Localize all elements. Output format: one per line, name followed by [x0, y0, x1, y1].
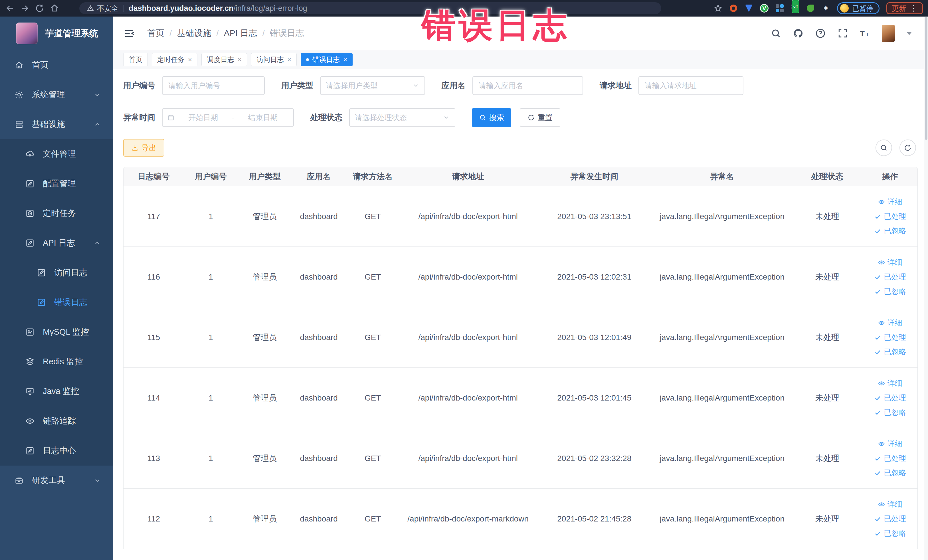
tab-1[interactable]: 定时任务×	[152, 53, 197, 66]
close-icon[interactable]: ×	[238, 56, 242, 64]
tab-2[interactable]: 调度日志×	[201, 53, 247, 66]
back-icon[interactable]	[5, 3, 15, 13]
security-label[interactable]: 不安全	[97, 4, 118, 13]
github-icon[interactable]	[793, 28, 804, 39]
processed-link[interactable]: 已处理	[874, 453, 906, 463]
processed-link[interactable]: 已处理	[874, 393, 906, 403]
detail-link[interactable]: 详细	[878, 197, 902, 207]
user-type-select[interactable]: 请选择用户类型	[320, 76, 425, 95]
breadcrumb-item[interactable]: 基础设施	[177, 27, 211, 39]
sidebar-item-label: 系统管理	[32, 89, 65, 101]
detail-link[interactable]: 详细	[878, 378, 902, 388]
process-status-select[interactable]: 请选择处理状态	[349, 108, 455, 127]
extension-shield-icon[interactable]	[745, 4, 753, 12]
cell-time: 2021-05-02 21:45:28	[536, 489, 652, 549]
reload-icon[interactable]	[35, 3, 44, 13]
ignored-link[interactable]: 已忽略	[874, 226, 906, 236]
processed-link[interactable]: 已处理	[874, 514, 906, 524]
tab-4[interactable]: 错误日志×	[301, 53, 353, 66]
ignored-link[interactable]: 已忽略	[874, 347, 906, 357]
tab-3[interactable]: 访问日志×	[251, 53, 297, 66]
sidebar-item-1[interactable]: 系统管理	[0, 80, 113, 110]
sidebar-item-13[interactable]: 日志中心	[0, 436, 113, 465]
sidebar-item-label: 研发工具	[32, 475, 65, 486]
processed-link[interactable]: 已处理	[874, 272, 906, 282]
ignored-link[interactable]: 已忽略	[874, 528, 906, 538]
bookmark-star-icon[interactable]	[714, 4, 722, 12]
check-icon	[874, 394, 882, 402]
avatar-dropdown-caret[interactable]	[906, 32, 912, 35]
collapse-menu-icon[interactable]	[123, 27, 135, 40]
cell-user_id: 1	[184, 489, 238, 549]
address-bar[interactable]: 不安全 dashboard.yudao.iocoder.cn /infra/lo…	[79, 2, 661, 14]
app-name-input[interactable]	[472, 76, 583, 95]
logo-row[interactable]: 芋道管理系统	[0, 17, 113, 50]
exception-time-range[interactable]: 开始日期 - 结束日期	[162, 108, 294, 127]
sidebar-item-3[interactable]: 文件管理	[0, 139, 113, 169]
detail-link[interactable]: 详细	[878, 499, 902, 509]
extension-star-icon[interactable]: ✦	[821, 4, 830, 12]
scrollbar-thumb[interactable]	[925, 17, 927, 140]
sidebar-item-5[interactable]: 定时任务	[0, 198, 113, 228]
close-icon[interactable]: ×	[287, 56, 291, 64]
sidebar-item-2[interactable]: 基础设施	[0, 110, 113, 139]
sidebar-item-10[interactable]: Redis 监控	[0, 347, 113, 377]
url-host: dashboard.yudao.iocoder.cn	[129, 4, 234, 13]
fullscreen-icon[interactable]	[837, 28, 848, 39]
sidebar-item-8[interactable]: 错误日志	[0, 288, 113, 317]
sidebar-item-6[interactable]: API 日志	[0, 228, 113, 258]
detail-link[interactable]: 详细	[878, 318, 902, 328]
home-icon[interactable]	[50, 3, 60, 13]
chevron-up-icon	[93, 121, 101, 128]
search-icon[interactable]	[771, 28, 781, 39]
tab-label: 错误日志	[312, 55, 340, 64]
end-date-placeholder[interactable]: 结束日期	[237, 113, 289, 123]
sidebar-item-7[interactable]: 访问日志	[0, 258, 113, 288]
extension-off-icon[interactable]: off	[791, 5, 799, 12]
extension-green-check-icon[interactable]: V	[760, 4, 769, 12]
start-date-placeholder[interactable]: 开始日期	[177, 113, 229, 123]
help-icon[interactable]	[815, 28, 826, 39]
refresh-table-button[interactable]	[899, 139, 916, 156]
processed-link[interactable]: 已处理	[874, 333, 906, 342]
detail-link[interactable]: 详细	[878, 439, 902, 449]
ignored-link[interactable]: 已忽略	[874, 468, 906, 478]
processed-link[interactable]: 已处理	[874, 211, 906, 221]
window-scrollbar[interactable]	[924, 17, 928, 560]
request-url-input[interactable]	[638, 76, 743, 95]
kebab-menu-icon[interactable]: ⋮	[910, 6, 917, 10]
ignored-link[interactable]: 已忽略	[874, 287, 906, 296]
tab-0[interactable]: 首页	[123, 53, 148, 66]
sidebar-item-0[interactable]: 首页	[0, 50, 113, 80]
close-icon[interactable]: ×	[343, 56, 347, 64]
sidebar-item-14[interactable]: 研发工具	[0, 465, 113, 495]
forward-icon[interactable]	[20, 3, 30, 13]
toggle-search-button[interactable]	[876, 139, 892, 156]
user-id-input[interactable]	[162, 76, 265, 95]
export-button[interactable]: 导出	[123, 139, 164, 157]
filter-label: 用户编号	[123, 80, 155, 91]
sidebar-item-9[interactable]: MySQL 监控	[0, 317, 113, 347]
profile-paused-badge[interactable]: 已暂停	[837, 2, 879, 14]
chevron-down-icon	[443, 114, 450, 121]
search-button[interactable]: 搜索	[472, 108, 511, 127]
action-label: 已忽略	[884, 347, 906, 357]
user-avatar[interactable]	[882, 25, 895, 42]
reset-button[interactable]: 重置	[520, 108, 560, 127]
sidebar-item-4[interactable]: 配置管理	[0, 169, 113, 198]
cell-exception: java.lang.IllegalArgumentException	[652, 489, 792, 549]
sidebar-item-label: Java 监控	[43, 386, 79, 397]
close-icon[interactable]: ×	[188, 56, 192, 64]
sidebar-item-11[interactable]: Java 监控	[0, 377, 113, 406]
breadcrumb-item[interactable]: 首页	[147, 27, 164, 39]
detail-link[interactable]: 详细	[878, 257, 902, 267]
sidebar-item-12[interactable]: 链路追踪	[0, 406, 113, 436]
browser-update-button[interactable]: 更新 ⋮	[886, 2, 923, 14]
extension-leaf-icon[interactable]	[806, 4, 815, 12]
cell-user_type: 管理员	[238, 307, 292, 368]
extension-grid-icon[interactable]	[775, 4, 784, 12]
ignored-link[interactable]: 已忽略	[874, 407, 906, 417]
font-size-icon[interactable]: TT	[859, 28, 870, 39]
extension-orange-icon[interactable]	[729, 4, 738, 12]
breadcrumb-item[interactable]: API 日志	[224, 27, 257, 39]
